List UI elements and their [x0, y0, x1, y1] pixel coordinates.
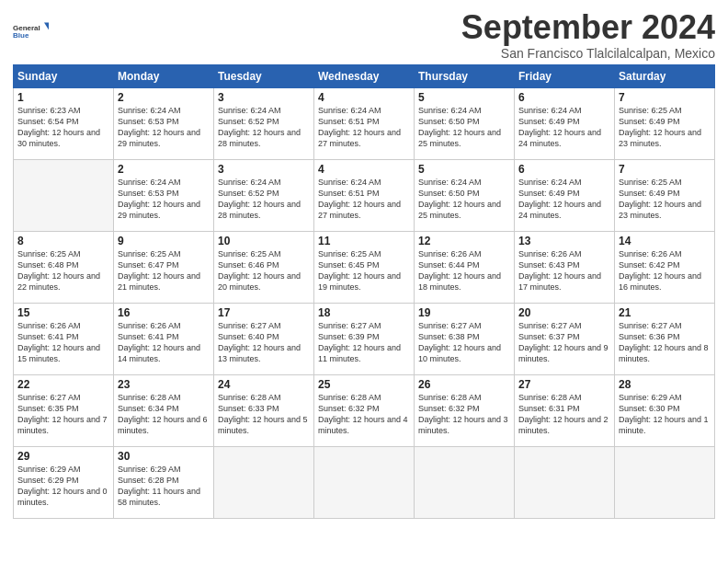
- title-block: September 2024 San Francisco Tlalcilalca…: [461, 9, 715, 61]
- day-number: 5: [418, 91, 510, 104]
- table-row: 16 Sunrise: 6:26 AMSunset: 6:41 PMDaylig…: [114, 303, 214, 374]
- svg-text:Blue: Blue: [13, 31, 29, 40]
- table-row: 28 Sunrise: 6:29 AMSunset: 6:30 PMDaylig…: [615, 374, 715, 446]
- day-info: Sunrise: 6:27 AMSunset: 6:38 PMDaylight:…: [418, 320, 510, 365]
- calendar-table: Sunday Monday Tuesday Wednesday Thursday…: [13, 64, 715, 519]
- day-info: Sunrise: 6:27 AMSunset: 6:39 PMDaylight:…: [318, 320, 410, 365]
- table-row: 4 Sunrise: 6:24 AMSunset: 6:51 PMDayligh…: [314, 87, 415, 159]
- table-row: 18 Sunrise: 6:27 AMSunset: 6:39 PMDaylig…: [314, 303, 415, 374]
- table-row: 4 Sunrise: 6:24 AMSunset: 6:51 PMDayligh…: [314, 159, 415, 231]
- day-info: Sunrise: 6:26 AMSunset: 6:42 PMDaylight:…: [619, 248, 711, 293]
- day-number: 25: [318, 378, 410, 391]
- table-row: 2 Sunrise: 6:24 AMSunset: 6:53 PMDayligh…: [114, 87, 214, 159]
- table-row: 24 Sunrise: 6:28 AMSunset: 6:33 PMDaylig…: [214, 374, 314, 446]
- calendar-row: 1 Sunrise: 6:23 AMSunset: 6:54 PMDayligh…: [14, 87, 715, 159]
- table-row: 15 Sunrise: 6:26 AMSunset: 6:41 PMDaylig…: [14, 303, 114, 374]
- table-row: [14, 159, 114, 231]
- day-info: Sunrise: 6:29 AMSunset: 6:30 PMDaylight:…: [619, 392, 711, 437]
- table-row: 8 Sunrise: 6:25 AMSunset: 6:48 PMDayligh…: [14, 231, 114, 303]
- day-info: Sunrise: 6:29 AMSunset: 6:29 PMDaylight:…: [17, 464, 109, 509]
- calendar-row: 2 Sunrise: 6:24 AMSunset: 6:53 PMDayligh…: [14, 159, 715, 231]
- day-number: 23: [118, 378, 210, 391]
- table-row: 30 Sunrise: 6:29 AMSunset: 6:28 PMDaylig…: [114, 446, 214, 518]
- day-info: Sunrise: 6:28 AMSunset: 6:33 PMDaylight:…: [218, 392, 310, 437]
- day-info: Sunrise: 6:24 AMSunset: 6:51 PMDaylight:…: [318, 177, 410, 222]
- day-info: Sunrise: 6:24 AMSunset: 6:49 PMDaylight:…: [518, 105, 610, 150]
- day-info: Sunrise: 6:24 AMSunset: 6:50 PMDaylight:…: [418, 105, 510, 150]
- table-row: 6 Sunrise: 6:24 AMSunset: 6:49 PMDayligh…: [515, 87, 615, 159]
- day-number: 9: [118, 235, 210, 247]
- day-number: 19: [418, 306, 510, 319]
- table-row: 9 Sunrise: 6:25 AMSunset: 6:47 PMDayligh…: [114, 231, 214, 303]
- day-info: Sunrise: 6:27 AMSunset: 6:37 PMDaylight:…: [518, 320, 610, 365]
- day-number: 5: [418, 163, 510, 176]
- day-number: 2: [118, 91, 210, 104]
- day-info: Sunrise: 6:24 AMSunset: 6:52 PMDaylight:…: [218, 105, 310, 150]
- day-number: 17: [218, 306, 310, 319]
- day-info: Sunrise: 6:26 AMSunset: 6:41 PMDaylight:…: [17, 320, 109, 365]
- page-container: General Blue September 2024 San Francisc…: [0, 0, 728, 563]
- table-row: 3 Sunrise: 6:24 AMSunset: 6:52 PMDayligh…: [214, 87, 314, 159]
- day-number: 30: [118, 450, 210, 463]
- day-number: 28: [619, 378, 711, 391]
- table-row: 10 Sunrise: 6:25 AMSunset: 6:46 PMDaylig…: [214, 231, 314, 303]
- table-row: 21 Sunrise: 6:27 AMSunset: 6:36 PMDaylig…: [615, 303, 715, 374]
- day-info: Sunrise: 6:27 AMSunset: 6:40 PMDaylight:…: [218, 320, 310, 365]
- day-info: Sunrise: 6:25 AMSunset: 6:45 PMDaylight:…: [318, 248, 410, 293]
- table-row: 7 Sunrise: 6:25 AMSunset: 6:49 PMDayligh…: [615, 159, 715, 231]
- day-number: 12: [418, 235, 510, 247]
- day-info: Sunrise: 6:24 AMSunset: 6:50 PMDaylight:…: [418, 177, 510, 222]
- table-row: [515, 446, 615, 518]
- calendar-row: 22 Sunrise: 6:27 AMSunset: 6:35 PMDaylig…: [14, 374, 715, 446]
- day-number: 10: [218, 235, 310, 247]
- day-number: 18: [318, 306, 410, 319]
- table-row: 27 Sunrise: 6:28 AMSunset: 6:31 PMDaylig…: [515, 374, 615, 446]
- table-row: 29 Sunrise: 6:29 AMSunset: 6:29 PMDaylig…: [14, 446, 114, 518]
- month-title: September 2024: [461, 9, 715, 46]
- table-row: 1 Sunrise: 6:23 AMSunset: 6:54 PMDayligh…: [14, 87, 114, 159]
- logo-svg: General Blue: [13, 13, 50, 48]
- table-row: 5 Sunrise: 6:24 AMSunset: 6:50 PMDayligh…: [415, 159, 515, 231]
- table-row: 7 Sunrise: 6:25 AMSunset: 6:49 PMDayligh…: [615, 87, 715, 159]
- day-number: 6: [518, 91, 610, 104]
- day-number: 8: [17, 235, 109, 247]
- day-info: Sunrise: 6:28 AMSunset: 6:31 PMDaylight:…: [518, 392, 610, 437]
- col-sunday: Sunday: [14, 64, 114, 87]
- table-row: 14 Sunrise: 6:26 AMSunset: 6:42 PMDaylig…: [615, 231, 715, 303]
- day-number: 24: [218, 378, 310, 391]
- col-thursday: Thursday: [415, 64, 515, 87]
- day-number: 7: [619, 163, 711, 176]
- col-friday: Friday: [515, 64, 615, 87]
- calendar-header-row: Sunday Monday Tuesday Wednesday Thursday…: [14, 64, 715, 87]
- col-tuesday: Tuesday: [214, 64, 314, 87]
- day-number: 4: [318, 91, 410, 104]
- table-row: 17 Sunrise: 6:27 AMSunset: 6:40 PMDaylig…: [214, 303, 314, 374]
- day-number: 3: [218, 163, 310, 176]
- table-row: 25 Sunrise: 6:28 AMSunset: 6:32 PMDaylig…: [314, 374, 415, 446]
- day-info: Sunrise: 6:29 AMSunset: 6:28 PMDaylight:…: [118, 464, 210, 509]
- day-number: 6: [518, 163, 610, 176]
- table-row: 20 Sunrise: 6:27 AMSunset: 6:37 PMDaylig…: [515, 303, 615, 374]
- table-row: 13 Sunrise: 6:26 AMSunset: 6:43 PMDaylig…: [515, 231, 615, 303]
- day-info: Sunrise: 6:24 AMSunset: 6:53 PMDaylight:…: [118, 105, 210, 150]
- table-row: 3 Sunrise: 6:24 AMSunset: 6:52 PMDayligh…: [214, 159, 314, 231]
- day-number: 3: [218, 91, 310, 104]
- table-row: [214, 446, 314, 518]
- day-number: 16: [118, 306, 210, 319]
- day-number: 11: [318, 235, 410, 247]
- header: General Blue September 2024 San Francisc…: [13, 9, 715, 61]
- table-row: 23 Sunrise: 6:28 AMSunset: 6:34 PMDaylig…: [114, 374, 214, 446]
- day-info: Sunrise: 6:28 AMSunset: 6:34 PMDaylight:…: [118, 392, 210, 437]
- table-row: 26 Sunrise: 6:28 AMSunset: 6:32 PMDaylig…: [415, 374, 515, 446]
- day-info: Sunrise: 6:28 AMSunset: 6:32 PMDaylight:…: [318, 392, 410, 437]
- day-number: 1: [17, 91, 109, 104]
- day-number: 21: [619, 306, 711, 319]
- calendar-row: 29 Sunrise: 6:29 AMSunset: 6:29 PMDaylig…: [14, 446, 715, 518]
- day-info: Sunrise: 6:25 AMSunset: 6:47 PMDaylight:…: [118, 248, 210, 293]
- day-info: Sunrise: 6:25 AMSunset: 6:49 PMDaylight:…: [619, 105, 711, 150]
- day-number: 15: [17, 306, 109, 319]
- day-number: 29: [17, 450, 109, 463]
- calendar-row: 15 Sunrise: 6:26 AMSunset: 6:41 PMDaylig…: [14, 303, 715, 374]
- day-number: 4: [318, 163, 410, 176]
- day-info: Sunrise: 6:26 AMSunset: 6:43 PMDaylight:…: [518, 248, 610, 293]
